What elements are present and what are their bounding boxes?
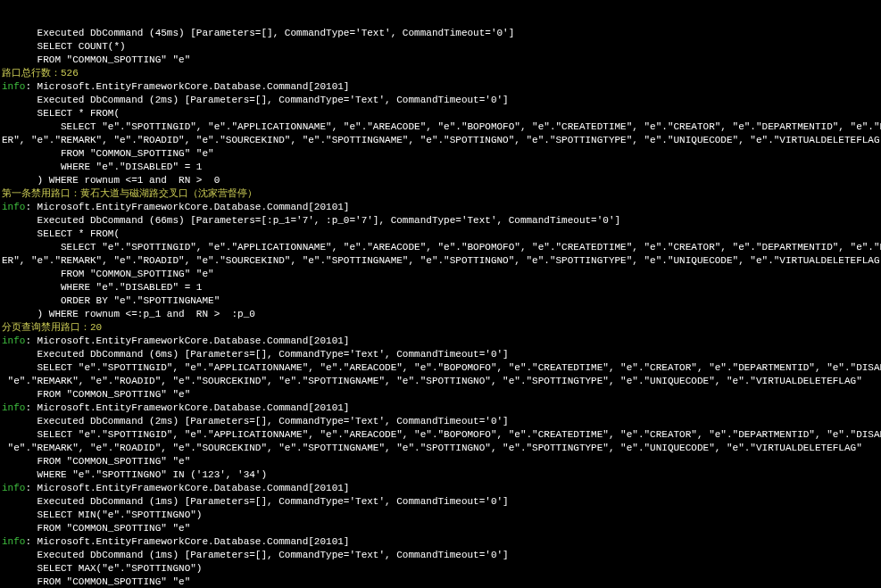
console-line: Executed DbCommand (2ms) [Parameters=[],… <box>2 416 509 427</box>
log-level-info: info <box>2 536 25 547</box>
console-line: ER", "e"."REMARK", "e"."ROADID", "e"."SO… <box>2 255 881 266</box>
console-line: SELECT "e"."SPOTTINGID", "e"."APPLICATIO… <box>2 362 881 373</box>
console-line: "e"."REMARK", "e"."ROADID", "e"."SOURCEK… <box>2 376 862 386</box>
console-line: FROM "COMMON_SPOTTING" "e" <box>2 148 214 159</box>
console-line: Executed DbCommand (6ms) [Parameters=[],… <box>2 349 509 360</box>
log-level-info: info <box>2 335 25 346</box>
console-line: Executed DbCommand (1ms) [Parameters=[],… <box>2 496 509 507</box>
console-line: SELECT "e"."SPOTTINGID", "e"."APPLICATIO… <box>2 242 881 253</box>
console-line: "e"."REMARK", "e"."ROADID", "e"."SOURCEK… <box>2 443 862 453</box>
console-line: FROM "COMMON_SPOTTING" "e" <box>2 523 190 534</box>
console-line: FROM "COMMON_SPOTTING" "e" <box>2 389 190 400</box>
console-line: Executed DbCommand (2ms) [Parameters=[],… <box>2 95 509 105</box>
console-line: SELECT * FROM( <box>2 228 120 239</box>
console-line: Executed DbCommand (1ms) [Parameters=[],… <box>2 550 509 560</box>
console-line: : Microsoft.EntityFrameworkCore.Database… <box>25 536 349 547</box>
log-level-info: info <box>2 483 25 493</box>
log-level-info: info <box>2 402 25 413</box>
console-line: ER", "e"."REMARK", "e"."ROADID", "e"."SO… <box>2 135 881 145</box>
console-line: FROM "COMMON_SPOTTING" "e" <box>2 456 190 467</box>
console-line: : Microsoft.EntityFrameworkCore.Database… <box>25 202 349 212</box>
console-line: : Microsoft.EntityFrameworkCore.Database… <box>25 483 349 493</box>
log-level-info: info <box>2 81 25 92</box>
console-line: : Microsoft.EntityFrameworkCore.Database… <box>25 335 349 346</box>
console-line: WHERE "e"."DISABLED" = 1 <box>2 161 202 172</box>
console-line: ) WHERE rownum <=:p_1 and RN > :p_0 <box>2 309 255 319</box>
console-output: Executed DbCommand (45ms) [Parameters=[]… <box>0 27 881 588</box>
console-line: ) WHERE rownum <=1 and RN > 0 <box>2 175 220 186</box>
console-line: SELECT "e"."SPOTTINGID", "e"."APPLICATIO… <box>2 121 881 132</box>
console-line: SELECT * FROM( <box>2 108 120 119</box>
console-line: : Microsoft.EntityFrameworkCore.Database… <box>25 81 349 92</box>
console-line: FROM "COMMON_SPOTTING" "e" <box>2 54 190 65</box>
console-line: WHERE "e"."DISABLED" = 1 <box>2 282 202 293</box>
console-line: SELECT "e"."SPOTTINGID", "e"."APPLICATIO… <box>2 429 881 440</box>
console-line: SELECT MIN("e"."SPOTTINGNO") <box>2 509 202 520</box>
console-line: FROM "COMMON_SPOTTING" "e" <box>2 269 214 279</box>
log-level-info: info <box>2 202 25 212</box>
console-line: : Microsoft.EntityFrameworkCore.Database… <box>25 402 349 413</box>
console-line: WHERE "e"."SPOTTINGNO" IN ('123', '34') <box>2 469 267 480</box>
console-line: Executed DbCommand (45ms) [Parameters=[]… <box>2 28 514 38</box>
console-message: 第一条禁用路口：黄石大道与磁湖路交叉口（沈家营督停） <box>2 188 257 199</box>
console-line: FROM "COMMON_SPOTTING" "e" <box>2 576 190 587</box>
console-line: SELECT MAX("e"."SPOTTINGNO") <box>2 563 202 574</box>
console-line: Executed DbCommand (66ms) [Parameters=[:… <box>2 215 620 226</box>
console-message: 路口总行数：526 <box>2 68 79 79</box>
console-line: ORDER BY "e"."SPOTTINGNAME" <box>2 295 220 306</box>
console-line: SELECT COUNT(*) <box>2 41 126 52</box>
console-message: 分页查询禁用路口：20 <box>2 322 102 333</box>
